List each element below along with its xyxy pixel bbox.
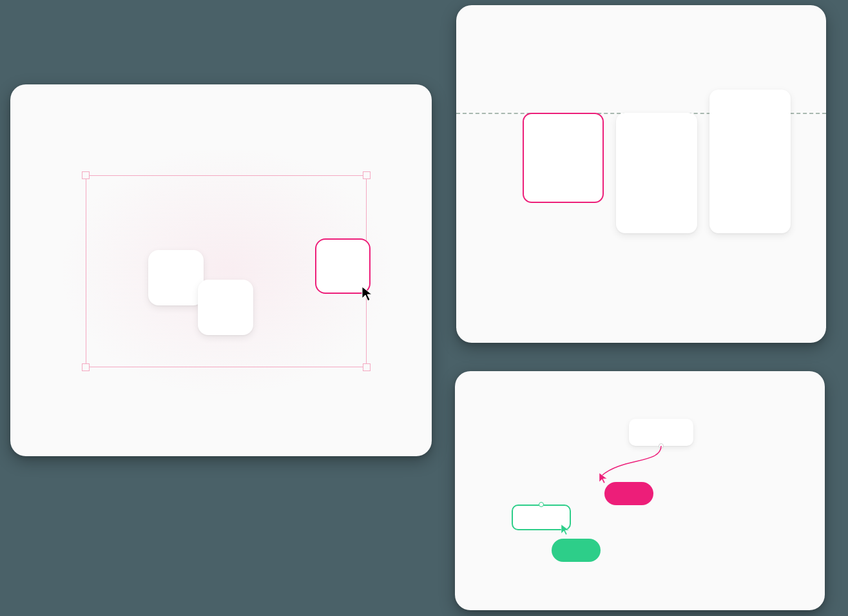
alignment-panel bbox=[456, 5, 826, 343]
selection-panel bbox=[10, 84, 432, 456]
selection-handle-top-right[interactable] bbox=[363, 171, 371, 179]
selection-handle-top-left[interactable] bbox=[82, 171, 90, 179]
aligned-card[interactable] bbox=[709, 90, 791, 233]
collaborator-label-pill bbox=[552, 539, 601, 562]
canvas-card[interactable] bbox=[198, 280, 253, 335]
flow-node[interactable] bbox=[629, 419, 693, 446]
canvas-card[interactable] bbox=[148, 250, 204, 305]
collaborator-label-pill bbox=[604, 482, 653, 505]
connection-port-icon[interactable] bbox=[539, 502, 544, 507]
aligned-card[interactable] bbox=[616, 113, 697, 233]
collaborator-cursor-icon bbox=[560, 523, 570, 536]
collaboration-panel bbox=[455, 371, 825, 610]
cursor-arrow-icon bbox=[361, 285, 374, 302]
selection-handle-bottom-left[interactable] bbox=[82, 363, 90, 371]
collaborator-cursor-icon bbox=[598, 472, 608, 485]
connection-port-icon[interactable] bbox=[659, 443, 664, 448]
selection-handle-bottom-right[interactable] bbox=[363, 363, 371, 371]
aligned-card-selected[interactable] bbox=[523, 113, 604, 203]
